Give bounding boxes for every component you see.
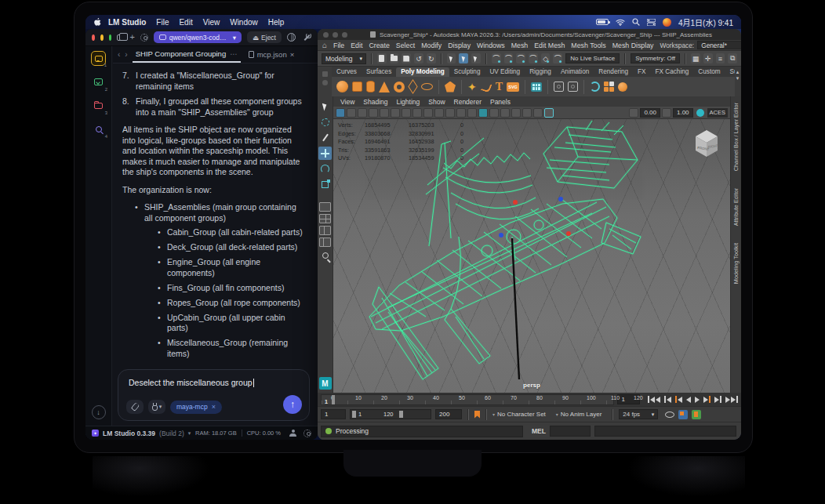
select-component-icon[interactable] — [471, 53, 481, 63]
poly-disc-icon[interactable] — [421, 83, 433, 90]
range-end-handle[interactable] — [399, 411, 403, 418]
minimize-window-button[interactable] — [333, 32, 338, 38]
axis-locator-icon[interactable] — [554, 82, 564, 92]
fps-selector[interactable]: 24 fps▾ — [619, 409, 658, 419]
sweep-mesh-icon[interactable] — [481, 82, 492, 92]
snap-together-icon[interactable] — [568, 82, 578, 92]
viewport-icon-screen-space-ao[interactable] — [456, 108, 466, 118]
mcp-server-pill[interactable]: maya-mcp × — [170, 401, 222, 414]
range-slider[interactable]: 1 120 — [350, 409, 431, 419]
character-set-selector[interactable]: ▾No Character Set — [492, 411, 546, 418]
viewport-icon-select-camera[interactable] — [336, 108, 345, 118]
snap-point-icon[interactable]: ⌒ — [516, 53, 525, 63]
viewport-icon-textured[interactable] — [423, 108, 433, 118]
shelf-tab-poly-modeling[interactable]: Poly Modeling — [396, 67, 449, 77]
viewport-icon-isolate-select[interactable] — [478, 108, 488, 118]
poly-cylinder-icon[interactable] — [366, 81, 375, 92]
menu-edit[interactable]: Edit — [351, 42, 362, 49]
viewport-icon-safe-title[interactable] — [533, 108, 543, 118]
minimize-window-button[interactable] — [100, 34, 104, 41]
chat-input[interactable]: Deselect the miscellaneous group ▾ maya-… — [118, 369, 310, 421]
poly-sphere-icon[interactable] — [336, 81, 348, 92]
poly-torus-icon[interactable] — [394, 82, 405, 92]
step-back-frame-button[interactable] — [664, 396, 671, 403]
layout-single-pane-button[interactable] — [319, 202, 331, 212]
menu-mesh-tools[interactable]: Mesh Tools — [571, 42, 605, 49]
spotlight-search-icon[interactable] — [632, 18, 640, 26]
menubar-item-view[interactable]: View — [203, 18, 220, 27]
animation-end-field[interactable]: 200 — [435, 409, 462, 419]
viewport-icon-bookmark[interactable] — [358, 108, 367, 118]
viewport-icon-lock-camera[interactable] — [347, 108, 356, 118]
close-window-button[interactable] — [323, 32, 329, 38]
shelf-scroll-arrows[interactable]: ▲▼ — [735, 70, 740, 95]
menu-display[interactable]: Display — [448, 42, 471, 49]
viewport-icon-grease-pencil[interactable] — [391, 108, 400, 118]
range-start-handle[interactable] — [352, 411, 356, 418]
select-tool[interactable] — [318, 100, 332, 113]
viewport-icon-xray[interactable] — [544, 108, 554, 118]
play-forwards-button[interactable] — [695, 397, 700, 403]
play-backwards-button[interactable] — [686, 397, 691, 403]
viewport-icon-lights[interactable] — [434, 108, 444, 118]
layout-four-pane-button[interactable] — [319, 214, 331, 223]
shelf-tab-animation[interactable]: Animation — [556, 67, 594, 77]
zoom-window-button[interactable] — [342, 32, 347, 38]
shelf-tab-uv-editing[interactable]: UV Editing — [485, 67, 525, 77]
layout-two-pane-button[interactable] — [319, 226, 331, 235]
sidebar-item-developer[interactable]: 2 — [91, 74, 106, 89]
poly-cone-icon[interactable] — [379, 82, 390, 92]
shelf-tab-substance[interactable]: Substance — [725, 67, 735, 77]
viewport-icon-shadows[interactable] — [445, 108, 455, 118]
undo-icon[interactable]: ↺ — [414, 53, 423, 63]
workspace-selector[interactable]: General*▾ — [697, 41, 741, 49]
panel-menu-show[interactable]: Show — [428, 98, 445, 106]
save-scene-icon[interactable] — [402, 53, 411, 63]
step-forward-key-button[interactable] — [703, 396, 711, 403]
new-chat-button[interactable]: + — [129, 32, 135, 43]
lasso-select-tool[interactable] — [318, 115, 332, 129]
menu-set-selector[interactable]: Modeling▾ — [322, 53, 366, 64]
redo-icon[interactable]: ↻ — [427, 53, 436, 63]
shelf-tab-curves[interactable]: Curves — [332, 67, 362, 77]
tab-attribute-editor[interactable]: Attribute Editor — [732, 188, 740, 226]
menubar-item-edit[interactable]: Edit — [179, 18, 192, 27]
zoom-window-button[interactable] — [109, 34, 112, 41]
viewport-icon-gate-mask[interactable] — [511, 108, 521, 118]
render-view-icon[interactable]: ✛ — [703, 53, 713, 63]
go-to-start-button[interactable] — [648, 396, 660, 403]
menu-mesh[interactable]: Mesh — [511, 42, 529, 49]
paint-select-tool[interactable] — [318, 131, 332, 144]
nav-forward-icon[interactable]: › — [125, 50, 127, 59]
bookmark-icon[interactable] — [474, 411, 480, 419]
plugins-button[interactable]: ▾ — [148, 400, 165, 414]
current-frame-indicator[interactable] — [332, 395, 335, 404]
menubar-app-name[interactable]: LM Studio — [108, 18, 146, 27]
battery-icon[interactable] — [596, 19, 609, 25]
settings-gear-icon[interactable] — [140, 32, 148, 43]
shelf-tab-fx[interactable]: FX — [633, 67, 650, 77]
send-button[interactable]: ↑ — [283, 395, 302, 414]
menu-windows[interactable]: Windows — [477, 42, 505, 49]
zoom-tool-icon[interactable] — [322, 252, 329, 259]
gamma-icon[interactable] — [662, 108, 671, 118]
gamma-field[interactable]: 1.00 — [673, 108, 693, 118]
settings-gear-icon[interactable] — [303, 430, 311, 437]
viewport-icon-field-chart[interactable] — [489, 108, 499, 118]
panel-menu-shading[interactable]: Shading — [363, 98, 387, 106]
exposure-field[interactable]: 0.00 — [640, 108, 660, 118]
view-transform-icon[interactable] — [696, 109, 704, 117]
snap-surface-icon[interactable]: ⌒ — [553, 53, 562, 63]
tab-modeling-toolkit[interactable]: Modeling Toolkit — [732, 243, 740, 284]
tab-close-icon[interactable]: × — [290, 50, 295, 59]
platonic-solid-icon[interactable] — [445, 82, 456, 92]
shelf-tab-sculpting[interactable]: Sculpting — [449, 67, 485, 77]
downloads-button[interactable]: ↓ — [92, 405, 106, 419]
shelf-options-icon[interactable] — [322, 80, 328, 85]
select-hierarchy-icon[interactable] — [447, 53, 456, 63]
construction-grid-icon[interactable] — [531, 82, 542, 92]
tab-more-icon[interactable]: ⋯ — [230, 49, 238, 58]
timeline-strip[interactable]: 0 10 20 30 40 50 60 70 80 90 100 110 120 — [321, 394, 614, 405]
shelf-tab-switcher[interactable] — [319, 68, 330, 96]
globe-icon[interactable] — [287, 33, 296, 42]
